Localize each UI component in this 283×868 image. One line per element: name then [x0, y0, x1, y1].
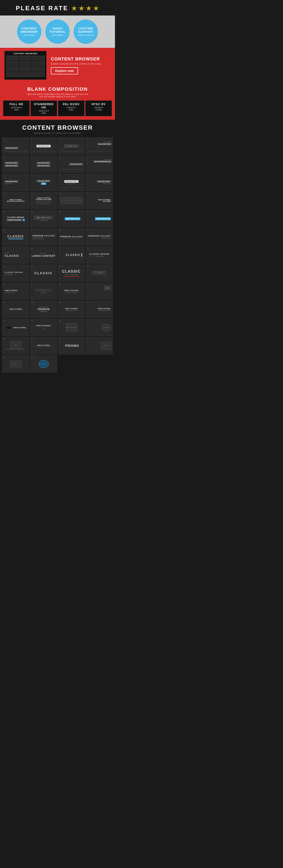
preview-cell-5[interactable]: 5 CALLOUT TEXT CALLOUT TEXT [2, 156, 29, 173]
preview-cell-11[interactable]: 11 CALLOUT TEXT CALLOUT TEXT [58, 174, 85, 191]
preview-cell-49[interactable]: 49 IMAGE [2, 355, 29, 372]
cell-label-17a: CLASSIC DESIGN [7, 216, 24, 218]
cell-content-31: CLASSIC TYPE YOUR TEXT HERE [58, 265, 85, 281]
preview-cell-14[interactable]: 14 TRACE & ATTACHTUTORIAL INCLUDED [30, 192, 57, 209]
preview-cell-2[interactable]: 2 CALLOUT TEXT [30, 137, 57, 155]
preview-cell-10[interactable]: 10 CALLOUT TEXT 4KS [30, 174, 57, 191]
cell-content-14: TRACE & ATTACHTUTORIAL INCLUDED [30, 192, 57, 209]
preview-cell-36[interactable]: 36 02 [86, 283, 113, 300]
preview-cell-46[interactable]: 46 VIDEO TUTORIAL [30, 337, 57, 354]
features-section: CONTENTBROWSER INCLUDED VIDEOTUTORIAL IN… [0, 16, 115, 48]
preview-cell-22[interactable]: 22 PREMIUM CALLOUT MINIMAL DESIGN [30, 228, 57, 245]
preview-cell-9[interactable]: 9 CALLOUT TEXT CALLOUT TEXT [2, 174, 29, 191]
preview-cell-47[interactable]: 47 ◉ PROMO [58, 337, 85, 354]
cb-grid-cell [6, 72, 19, 77]
video-tut-label-41: VIDEO TUTORIAL [13, 327, 26, 329]
preview-cell-7[interactable]: 7 CALLOUT TEXT [58, 156, 85, 173]
preview-cell-25[interactable]: 25 MINIMAL CLASSIC [2, 246, 29, 264]
format-ntsc-res: 720x480 P29.9fps [86, 106, 111, 111]
video-tut-label-37: VIDEO TUTORIAL [9, 308, 22, 310]
cb-grid-cell [19, 61, 32, 66]
cell-content-11: CALLOUT TEXT CALLOUT TEXT [58, 174, 85, 191]
cell-content-39: VIDEO TUTORIAL INCLUDED IN PROJECT [58, 301, 85, 318]
preview-cell-19[interactable]: 19 ○ ADD YOUR TITLE [58, 210, 85, 227]
preview-cell-40[interactable]: 40 VIDEO TUTORIAL INCLUDED IN PROJECT [86, 301, 113, 318]
callout-tag-18: ADD YOUR TITLE [34, 216, 53, 219]
feature-video-tutorial-sub: INCLUDED [52, 34, 63, 36]
cell-content-18: ADD YOUR TITLE CALLOUT TEXT [30, 210, 57, 227]
preview-cell-29[interactable]: 29 CLASSIC DESIGN PRESENTATION [2, 265, 29, 282]
cb-grid [6, 56, 45, 77]
preview-cell-37[interactable]: 37 VIDEO TUTORIAL [2, 301, 29, 318]
preview-cell-3[interactable]: 3 CALLOUT TEXT [58, 137, 85, 155]
preview-cell-26[interactable]: 26 CALLOUT LARGE CONTENT [30, 246, 57, 264]
cell-content-24: PREMIUM CALLOUT REQUIREMENTS [86, 228, 112, 245]
preview-cell-41[interactable]: 41 VIDEO TUTORIAL [2, 319, 29, 336]
preview-cell-48[interactable]: 48 IMAGE [86, 337, 113, 354]
preview-cell-13[interactable]: 13 VIDEO TUTORIALINCLUDED IN PROJECT [2, 192, 29, 209]
cell-content-3: CALLOUT TEXT [58, 138, 85, 154]
cell-content-50: DROP IMAGE [30, 355, 57, 372]
preview-cell-12[interactable]: 12 CALLOUT TEXT CALLOUT TEXT [86, 174, 113, 191]
preview-cell-18[interactable]: 18 ADD YOUR TITLE CALLOUT TEXT [30, 210, 57, 227]
arrow-decor-1 [26, 151, 27, 153]
blank-composition-section: BLANK COMPOSITION Open any blank composi… [0, 83, 115, 120]
preview-cell-34[interactable]: 34 WB TO BL [30, 283, 57, 300]
cell-34-label: WB TO BL [41, 292, 46, 293]
cell-content-6: CALLOUT TEXT CALLOUT TEXT [30, 156, 57, 173]
feature-content-browser-sub: INCLUDED [24, 34, 35, 36]
preview-cell-44[interactable]: 44 DROP IMAGE [86, 319, 113, 336]
preview-cell-31[interactable]: 31 CLASSIC TYPE YOUR TEXT HERE [58, 265, 85, 282]
preview-cell-24[interactable]: 24 PREMIUM CALLOUT REQUIREMENTS [86, 228, 113, 245]
cb-grid-cell [19, 72, 32, 77]
classic-design-label-28: CLASSIC DESIGN [89, 253, 109, 255]
preview-cell-42[interactable]: 42 VIDEO TUTORIAL [30, 319, 57, 336]
preview-cell-33[interactable]: 33 VIDEO TUTORIAL TUTORIAL NOTES [2, 283, 29, 300]
preview-cell-32[interactable]: 32 CLASSIC [86, 265, 113, 282]
preview-cell-35[interactable]: 35 VIDEO TUTORIAL INCLUDED IN PROJECT [58, 283, 85, 300]
preview-cell-23[interactable]: 23 PREMIUM CALLOUT [58, 228, 85, 245]
classic-label-32: CLASSIC [93, 271, 106, 274]
cell-content-30: CLASSIC [30, 265, 57, 281]
cell-content-32: CLASSIC [86, 265, 112, 281]
cell-content-13: VIDEO TUTORIALINCLUDED IN PROJECT [2, 192, 29, 209]
callout-label-38: CALLOUT [40, 311, 47, 312]
cell-content-23: PREMIUM CALLOUT [58, 228, 85, 245]
preview-cell-50[interactable]: 50 DROP IMAGE [30, 355, 57, 372]
cb-grid-cell [6, 56, 19, 60]
cb-grid-cell [6, 67, 19, 71]
preview-cell-17[interactable]: 17 CLASSIC DESIGN TUTORIAL INCLUDED ● [2, 210, 29, 227]
preview-cell-27[interactable]: 27 CLASSIC [58, 246, 85, 264]
preview-cell-45[interactable]: 45 IMAGE CREATIVE DESIGN PRESENTATION [2, 337, 29, 354]
cell-grid-15 [60, 197, 83, 204]
preview-cell-20[interactable]: 20 ADD YOUR TITLE [86, 210, 113, 227]
preview-cell-16[interactable]: 16 VIDEO TUTORIALINCLUDED [86, 192, 113, 209]
cell-content-1: CALLOUT TEXT [2, 138, 29, 154]
preview-cell-21[interactable]: 21 CLASSIC [2, 228, 29, 245]
explore-button[interactable]: Explore now [51, 67, 78, 74]
format-full-hd: FULL HD 1920x1080 P30fps [3, 100, 30, 116]
video-tut-sub-39: INCLUDED IN PROJECT [65, 310, 78, 311]
preview-cell-15[interactable]: 15 [58, 192, 85, 209]
preview-cell-6[interactable]: 6 CALLOUT TEXT CALLOUT TEXT [30, 156, 57, 173]
preview-cell-8[interactable]: 8 CALLOUT TEXT MULTI-PURPOSE USE [86, 156, 113, 173]
cell-label-8a: CALLOUT TEXT [103, 159, 112, 160]
preview-cell-39[interactable]: 39 VIDEO TUTORIAL INCLUDED IN PROJECT [58, 301, 85, 318]
callout-tag-2: CALLOUT TEXT [36, 145, 50, 147]
preview-cell-4[interactable]: 4 CALLOUT TEXT CALL OUT TEXT [86, 137, 113, 155]
classic-label-27: CLASSIC [66, 253, 80, 256]
cell-content-2: CALLOUT TEXT [30, 138, 57, 154]
preview-cell-30[interactable]: 30 CLASSIC [30, 265, 57, 282]
format-standered-hd-res: 1280x720 P30fps [32, 110, 56, 114]
placeholder-img-50: DROP IMAGE [39, 360, 49, 368]
preview-cell-28[interactable]: 28 CLASSIC DESIGN PRESENTATION [86, 246, 113, 264]
preview-cell-38[interactable]: 38 MULTI-PURPOSE PREMIUM CALLOUT [30, 301, 57, 318]
cell-content-48: IMAGE [86, 337, 112, 354]
callout-sub-12: CALLOUT TEXT [103, 183, 111, 184]
cell-content-16: VIDEO TUTORIALINCLUDED [86, 192, 112, 209]
cb-grid-cell [32, 67, 45, 71]
cell-content-42: VIDEO TUTORIAL [30, 319, 57, 336]
preview-cell-1[interactable]: 1 CALLOUT TEXT [2, 137, 29, 155]
preview-cell-43[interactable]: 43 DROP YOUR IMAGE [58, 319, 85, 336]
placeholder-img-49: IMAGE [10, 361, 21, 367]
